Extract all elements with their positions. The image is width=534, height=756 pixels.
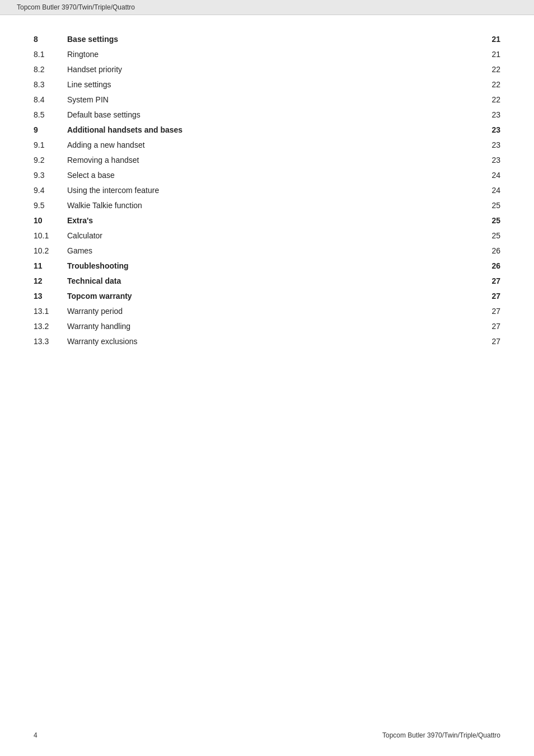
toc-title: Select a base	[67, 168, 472, 183]
toc-title: Default base settings	[67, 107, 472, 123]
toc-page: 27	[472, 274, 500, 289]
toc-row: 9.1Adding a new handset23	[34, 138, 500, 153]
toc-table: 8Base settings218.1Ringtone218.2Handset …	[34, 32, 500, 349]
toc-row: 10.1Calculator25	[34, 228, 500, 243]
toc-row: 12Technical data27	[34, 274, 500, 289]
toc-page: 25	[472, 198, 500, 213]
toc-title: Using the intercom feature	[67, 183, 472, 198]
toc-row: 8.4System PIN22	[34, 92, 500, 107]
toc-page: 23	[472, 107, 500, 123]
toc-num: 9.3	[34, 168, 67, 183]
toc-num: 9.5	[34, 198, 67, 213]
header-title: Topcom Butler 3970/Twin/Triple/Quattro	[17, 3, 135, 11]
toc-title: Line settings	[67, 77, 472, 92]
toc-title: Warranty handling	[67, 319, 472, 334]
toc-page: 21	[472, 47, 500, 62]
toc-title: Calculator	[67, 228, 472, 243]
toc-num: 13.1	[34, 304, 67, 319]
toc-page: 23	[472, 153, 500, 168]
toc-row: 10.2Games26	[34, 243, 500, 259]
toc-title: Troubleshooting	[67, 259, 472, 274]
toc-num: 9.2	[34, 153, 67, 168]
toc-num: 13	[34, 289, 67, 304]
toc-row: 8Base settings21	[34, 32, 500, 47]
toc-num: 13.2	[34, 319, 67, 334]
toc-page: 22	[472, 92, 500, 107]
toc-title: Extra's	[67, 213, 472, 228]
footer-right-text: Topcom Butler 3970/Twin/Triple/Quattro	[382, 731, 500, 739]
toc-row: 8.1Ringtone21	[34, 47, 500, 62]
toc-row: 9Additional handsets and bases23	[34, 123, 500, 138]
toc-title: Handset priority	[67, 62, 472, 77]
toc-page: 25	[472, 228, 500, 243]
toc-page: 23	[472, 138, 500, 153]
toc-num: 10.2	[34, 243, 67, 259]
toc-row: 8.5Default base settings23	[34, 107, 500, 123]
toc-num: 13.3	[34, 334, 67, 349]
toc-num: 10	[34, 213, 67, 228]
toc-page: 27	[472, 319, 500, 334]
toc-row: 9.3Select a base24	[34, 168, 500, 183]
toc-title: Walkie Talkie function	[67, 198, 472, 213]
toc-page: 24	[472, 168, 500, 183]
main-content: 8Base settings218.1Ringtone218.2Handset …	[0, 15, 534, 383]
toc-num: 10.1	[34, 228, 67, 243]
toc-row: 9.2Removing a handset23	[34, 153, 500, 168]
toc-title: System PIN	[67, 92, 472, 107]
toc-page: 22	[472, 77, 500, 92]
toc-title: Removing a handset	[67, 153, 472, 168]
toc-page: 24	[472, 183, 500, 198]
toc-page: 23	[472, 123, 500, 138]
toc-num: 11	[34, 259, 67, 274]
toc-row: 13.3Warranty exclusions27	[34, 334, 500, 349]
toc-page: 27	[472, 304, 500, 319]
toc-title: Base settings	[67, 32, 472, 47]
toc-title: Additional handsets and bases	[67, 123, 472, 138]
header-bar: Topcom Butler 3970/Twin/Triple/Quattro	[0, 0, 534, 15]
footer: 4 Topcom Butler 3970/Twin/Triple/Quattro	[34, 731, 500, 739]
toc-title: Adding a new handset	[67, 138, 472, 153]
toc-num: 9	[34, 123, 67, 138]
toc-page: 26	[472, 259, 500, 274]
toc-row: 11Troubleshooting26	[34, 259, 500, 274]
toc-title: Warranty period	[67, 304, 472, 319]
toc-num: 9.1	[34, 138, 67, 153]
toc-row: 8.3Line settings22	[34, 77, 500, 92]
toc-title: Topcom warranty	[67, 289, 472, 304]
toc-page: 21	[472, 32, 500, 47]
toc-row: 13.2Warranty handling27	[34, 319, 500, 334]
toc-row: 10Extra's25	[34, 213, 500, 228]
toc-page: 27	[472, 289, 500, 304]
toc-num: 9.4	[34, 183, 67, 198]
toc-page: 22	[472, 62, 500, 77]
toc-num: 12	[34, 274, 67, 289]
toc-num: 8	[34, 32, 67, 47]
toc-title: Ringtone	[67, 47, 472, 62]
toc-num: 8.4	[34, 92, 67, 107]
toc-page: 25	[472, 213, 500, 228]
toc-title: Technical data	[67, 274, 472, 289]
toc-num: 8.2	[34, 62, 67, 77]
footer-page-number: 4	[34, 731, 38, 739]
toc-num: 8.1	[34, 47, 67, 62]
toc-row: 13Topcom warranty27	[34, 289, 500, 304]
toc-page: 27	[472, 334, 500, 349]
toc-row: 8.2Handset priority22	[34, 62, 500, 77]
toc-row: 9.4Using the intercom feature24	[34, 183, 500, 198]
toc-page: 26	[472, 243, 500, 259]
toc-num: 8.3	[34, 77, 67, 92]
toc-num: 8.5	[34, 107, 67, 123]
toc-title: Warranty exclusions	[67, 334, 472, 349]
toc-title: Games	[67, 243, 472, 259]
toc-row: 13.1Warranty period27	[34, 304, 500, 319]
toc-row: 9.5Walkie Talkie function25	[34, 198, 500, 213]
